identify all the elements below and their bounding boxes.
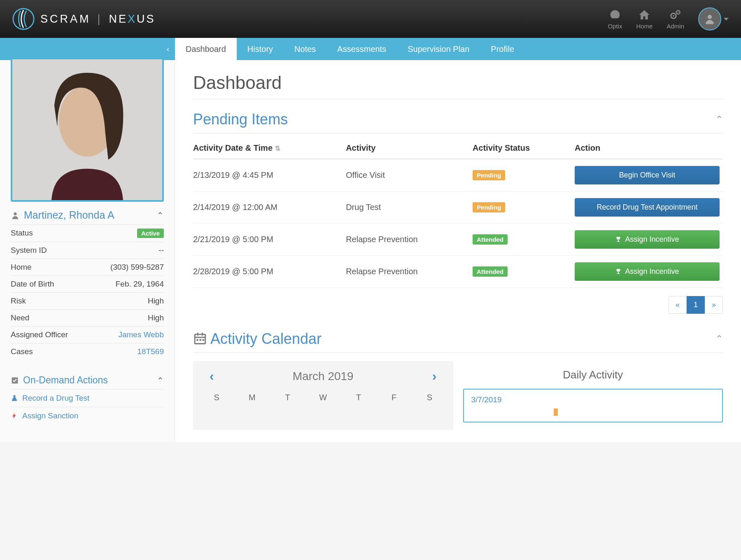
next-month[interactable]: ›: [432, 369, 437, 384]
user-menu-caret-icon[interactable]: [724, 18, 729, 21]
gauge-icon: [608, 9, 622, 21]
daily-activity-title: Daily Activity: [463, 369, 723, 381]
svg-rect-14: [197, 339, 198, 341]
topnav: Optix Home Admin: [608, 7, 729, 30]
svg-point-4: [678, 12, 679, 13]
client-photo: [11, 58, 164, 202]
divider: [193, 352, 723, 353]
svg-point-5: [708, 15, 712, 19]
checkbox-icon: [11, 376, 19, 385]
home-icon: [637, 9, 651, 21]
col-status[interactable]: Activity Status: [473, 138, 575, 159]
tab-history[interactable]: History: [237, 38, 284, 60]
page-title: Dashboard: [193, 72, 723, 93]
nav-optix[interactable]: Optix: [608, 9, 622, 30]
user-avatar[interactable]: [698, 7, 721, 30]
main-content: Dashboard Pending Items ⌃ Activity Date …: [175, 60, 741, 442]
tab-assessments[interactable]: Assessments: [326, 38, 397, 60]
officer-link[interactable]: James Webb: [118, 330, 164, 339]
tab-notes[interactable]: Notes: [284, 38, 326, 60]
user-icon: [704, 13, 716, 25]
action-assign-sanction[interactable]: Assign Sanction: [11, 407, 164, 425]
info-home: Home(303) 599-5287: [11, 259, 164, 275]
info-label: System ID: [11, 246, 47, 255]
status-pill: Pending: [473, 202, 505, 212]
info-label: Date of Birth: [11, 280, 54, 289]
table-row: 2/14/2019 @ 12:00 AMDrug TestPendingReco…: [193, 191, 723, 224]
svg-rect-12: [197, 333, 198, 336]
tab-dashboard[interactable]: Dashboard: [175, 38, 237, 60]
daily-activity: Daily Activity 3/7/2019: [463, 361, 723, 430]
action-button[interactable]: Assign Incentive: [575, 230, 720, 249]
cell-status: Pending: [473, 159, 575, 191]
brand-logo-icon: [12, 8, 35, 30]
status-badge: Active: [137, 229, 164, 238]
month-calendar: ‹ March 2019 › SMTWTFS: [193, 361, 453, 430]
info-systemid: System ID--: [11, 242, 164, 259]
gears-icon: [669, 9, 683, 21]
divider: [193, 133, 723, 133]
divider: [193, 99, 723, 99]
collapse-calendar-icon[interactable]: ⌃: [715, 334, 723, 344]
dow-cell: S: [199, 393, 234, 402]
col-activity[interactable]: Activity: [346, 138, 473, 159]
flask-icon: [11, 394, 18, 402]
info-label: Cases: [11, 347, 33, 356]
dow-header: SMTWTFS: [193, 389, 453, 405]
calendar-icon: [193, 331, 207, 345]
info-label: Assigned Officer: [11, 330, 68, 339]
collapse-person-icon[interactable]: ⌃: [157, 210, 164, 220]
daily-date: 3/7/2019: [471, 395, 715, 404]
cell-datetime: 2/28/2019 @ 5:00 PM: [193, 256, 346, 288]
collapse-pending-icon[interactable]: ⌃: [715, 114, 723, 125]
pending-heading: Pending Items: [193, 111, 288, 128]
collapse-ondemand-icon[interactable]: ⌃: [157, 376, 164, 385]
nav-home-label: Home: [636, 23, 652, 30]
col-datetime[interactable]: Activity Date & Time⇅: [193, 138, 346, 159]
svg-point-2: [673, 15, 674, 16]
nav-admin[interactable]: Admin: [666, 9, 684, 30]
info-label: Need: [11, 313, 29, 322]
action-label: Record a Drug Test: [22, 394, 89, 403]
cell-datetime: 2/13/2019 @ 4:45 PM: [193, 159, 346, 191]
svg-rect-10: [195, 334, 205, 344]
person-icon: [11, 211, 20, 220]
daily-activity-box: 3/7/2019: [463, 389, 723, 422]
action-button-label: Begin Office Visit: [619, 171, 675, 180]
page-prev[interactable]: «: [669, 296, 687, 314]
info-risk: RiskHigh: [11, 292, 164, 309]
ondemand-title: On-Demand Actions: [23, 375, 153, 386]
page-next[interactable]: »: [705, 296, 723, 314]
page-1[interactable]: 1: [687, 296, 705, 314]
svg-rect-13: [202, 333, 203, 336]
pagination: « 1 »: [193, 296, 723, 314]
col-action[interactable]: Action: [575, 138, 723, 159]
action-button[interactable]: Assign Incentive: [575, 262, 720, 281]
case-link[interactable]: 18T569: [137, 347, 164, 356]
info-officer: Assigned OfficerJames Webb: [11, 326, 164, 343]
action-button[interactable]: Begin Office Visit: [575, 166, 720, 184]
action-label: Assign Sanction: [22, 411, 78, 420]
dow-cell: T: [341, 393, 376, 402]
bolt-icon: [11, 412, 18, 420]
action-button[interactable]: Record Drug Test Appointment: [575, 198, 720, 217]
info-need: NeedHigh: [11, 309, 164, 326]
info-label: Status: [11, 229, 33, 238]
prev-month[interactable]: ‹: [210, 369, 214, 384]
action-record-drug-test[interactable]: Record a Drug Test: [11, 389, 164, 407]
pending-table: Activity Date & Time⇅ Activity Activity …: [193, 138, 723, 288]
tab-supervision-plan[interactable]: Supervision Plan: [397, 38, 480, 60]
action-button-label: Assign Incentive: [625, 267, 679, 276]
tab-profile[interactable]: Profile: [480, 38, 525, 60]
table-row: 2/21/2019 @ 5:00 PMRelapse PreventionAtt…: [193, 224, 723, 256]
sidebar: Martinez, Rhonda A ⌃ StatusActive System…: [0, 60, 175, 442]
sidebar-collapse[interactable]: ‹: [0, 38, 175, 60]
info-value: --: [158, 246, 164, 255]
month-label: March 2019: [293, 370, 354, 383]
cell-datetime: 2/14/2019 @ 12:00 AM: [193, 191, 346, 224]
nav-home[interactable]: Home: [636, 9, 652, 30]
cell-status: Attended: [473, 224, 575, 256]
cell-activity: Relapse Prevention: [346, 256, 473, 288]
table-row: 2/28/2019 @ 5:00 PMRelapse PreventionAtt…: [193, 256, 723, 288]
dow-cell: S: [412, 393, 447, 402]
